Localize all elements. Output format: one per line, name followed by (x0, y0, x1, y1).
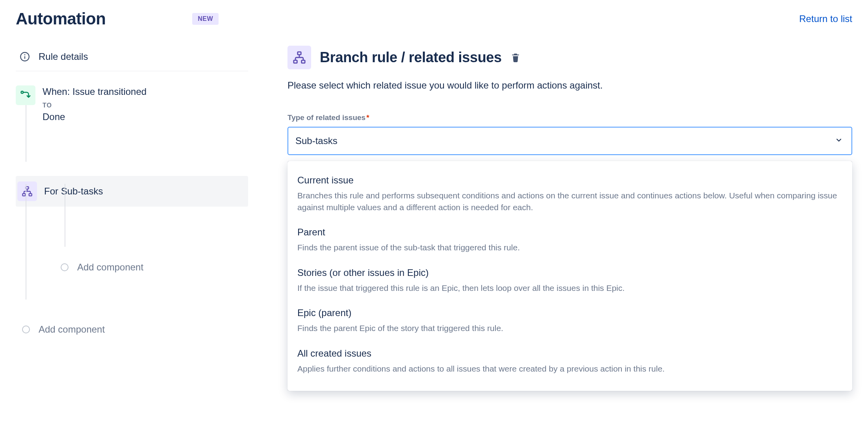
option-desc: Finds the parent issue of the sub-task t… (297, 242, 842, 253)
trigger-item[interactable]: When: Issue transitioned TO Done (16, 83, 248, 125)
field-label-text: Type of related issues (287, 113, 365, 122)
rule-details-label: Rule details (39, 51, 88, 62)
svg-rect-9 (302, 60, 305, 63)
option-desc: Branches this rule and performs subseque… (297, 190, 842, 214)
transition-icon (16, 85, 35, 105)
branch-item[interactable]: For Sub-tasks (16, 176, 248, 207)
add-node-icon (22, 326, 30, 333)
svg-rect-7 (298, 52, 301, 55)
add-component-label: Add component (39, 324, 105, 335)
return-to-list-link[interactable]: Return to list (799, 13, 852, 24)
option-title: All created issues (297, 348, 842, 359)
panel-description: Please select which related issue you wo… (287, 79, 852, 92)
header-left: Automation NEW (16, 9, 219, 28)
option-desc: Applies further conditions and actions t… (297, 363, 842, 375)
page-title: Automation (16, 9, 106, 28)
select-dropdown: Current issue Branches this rule and per… (287, 161, 852, 391)
new-badge: NEW (192, 13, 219, 25)
trigger-to-label: TO (43, 102, 147, 109)
info-icon (20, 52, 30, 62)
option-stories[interactable]: Stories (or other issues in Epic) If the… (297, 263, 842, 303)
option-title: Parent (297, 227, 842, 238)
page-header: Automation NEW Return to list (0, 0, 868, 28)
panel-title: Branch rule / related issues (320, 49, 502, 66)
branch-icon (287, 46, 311, 69)
timeline-connector (26, 184, 26, 300)
add-node-icon (61, 263, 69, 271)
option-title: Current issue (297, 175, 842, 186)
delete-button[interactable] (510, 52, 521, 63)
select-value: Sub-tasks (295, 135, 338, 146)
add-component-inner[interactable]: Add component (61, 262, 248, 273)
branch-label: For Sub-tasks (44, 186, 103, 197)
option-epic-parent[interactable]: Epic (parent) Finds the parent Epic of t… (297, 303, 842, 343)
option-desc: If the issue that triggered this rule is… (297, 282, 842, 294)
add-component-outer[interactable]: Add component (22, 324, 248, 335)
svg-point-2 (24, 54, 26, 56)
option-current-issue[interactable]: Current issue Branches this rule and per… (297, 170, 842, 222)
related-issue-type-select[interactable]: Sub-tasks (287, 127, 852, 155)
trigger-to-value: Done (43, 111, 147, 122)
field-label: Type of related issues* (287, 113, 852, 122)
timeline-connector (65, 184, 65, 247)
option-parent[interactable]: Parent Finds the parent issue of the sub… (297, 222, 842, 262)
trigger-title: When: Issue transitioned (43, 85, 147, 98)
required-star-icon: * (366, 113, 369, 122)
add-component-label: Add component (77, 262, 143, 273)
trigger-body: When: Issue transitioned TO Done (43, 85, 147, 122)
rule-details-item[interactable]: Rule details (16, 44, 248, 71)
option-title: Stories (or other issues in Epic) (297, 267, 842, 278)
chevron-down-icon (835, 136, 843, 146)
branch-icon (17, 181, 37, 201)
svg-rect-5 (22, 194, 25, 196)
option-desc: Finds the parent Epic of the story that … (297, 322, 842, 334)
main-panel: Branch rule / related issues Please sele… (287, 44, 852, 391)
option-all-created[interactable]: All created issues Applies further condi… (297, 343, 842, 383)
svg-rect-8 (294, 60, 297, 63)
rule-builder-sidebar: Rule details When: Issue transitioned TO (16, 44, 248, 391)
svg-rect-6 (29, 194, 32, 196)
main-header: Branch rule / related issues (287, 46, 852, 69)
option-title: Epic (parent) (297, 307, 842, 318)
